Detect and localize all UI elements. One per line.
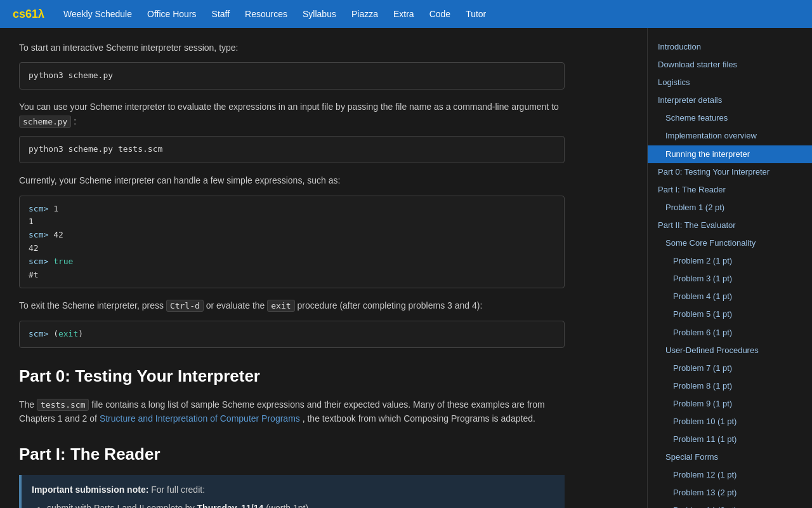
sidebar-item-problem-4-1-pt[interactable]: Problem 4 (1 pt)	[648, 288, 812, 305]
ctrl-d-code: Ctrl-d	[166, 300, 204, 312]
sidebar-item-problem-10-1-pt[interactable]: Problem 10 (1 pt)	[648, 413, 812, 431]
sidebar-item-problem-14-2-pt[interactable]: Problem 14 (2 pt)	[648, 502, 812, 508]
para3: Currently, your Scheme interpreter can h…	[19, 173, 565, 187]
sidebar-item-running-the-interpreter[interactable]: Running the interpreter	[648, 145, 812, 163]
nav-link-extra[interactable]: Extra	[393, 9, 414, 19]
sidebar-item-problem-8-1-pt[interactable]: Problem 8 (1 pt)	[648, 377, 812, 395]
logo-text: 61λ	[25, 8, 44, 20]
code-text-2: python3 scheme.py tests.scm	[29, 144, 162, 154]
exit-code: exit	[267, 300, 294, 312]
sidebar-item-problem-6-1-pt[interactable]: Problem 6 (1 pt)	[648, 324, 812, 342]
tests-scm-code: tests.scm	[37, 399, 89, 411]
sidebar-item-implementation-overview[interactable]: Implementation overview	[648, 127, 812, 145]
nav-link-code[interactable]: Code	[429, 9, 450, 19]
sicp-link[interactable]: Structure and Interpretation of Computer…	[100, 413, 300, 424]
important-text: For full credit:	[151, 485, 205, 495]
sidebar-item-special-forms[interactable]: Special Forms	[648, 448, 812, 466]
sidebar-item-problem-9-1-pt[interactable]: Problem 9 (1 pt)	[648, 395, 812, 413]
code-block-exit: scm> (exit)	[19, 321, 565, 348]
sidebar-item-user-defined-procedures[interactable]: User-Defined Procedures	[648, 342, 812, 359]
sidebar-item-problem-13-2-pt[interactable]: Problem 13 (2 pt)	[648, 484, 812, 502]
code-block-2: python3 scheme.py tests.scm	[19, 136, 565, 163]
sidebar-item-problem-12-1-pt[interactable]: Problem 12 (1 pt)	[648, 466, 812, 484]
important-box: Important submission note: For full cred…	[19, 475, 565, 508]
nav-links: Weekly ScheduleOffice HoursStaffResource…	[63, 9, 486, 19]
sidebar-item-problem-5-1-pt[interactable]: Problem 5 (1 pt)	[648, 305, 812, 323]
sidebar-item-problem-3-1-pt[interactable]: Problem 3 (1 pt)	[648, 270, 812, 288]
nav-link-piazza[interactable]: Piazza	[351, 9, 378, 19]
sidebar-item-download-starter-files[interactable]: Download starter files	[648, 56, 812, 74]
intro-paragraph: To start an interactive Scheme interpret…	[19, 41, 565, 55]
sidebar-item-some-core-functionality[interactable]: Some Core Functionality	[648, 234, 812, 252]
logo[interactable]: cs61λ	[13, 8, 44, 21]
part0-paragraph: The tests.scm file contains a long list …	[19, 398, 565, 426]
page-wrapper: To start an interactive Scheme interpret…	[0, 28, 812, 508]
sidebar-item-introduction[interactable]: Introduction	[648, 38, 812, 56]
exit-paragraph: To exit the Scheme interpreter, press Ct…	[19, 298, 565, 313]
code-text-1: python3 scheme.py	[29, 70, 113, 80]
navbar: cs61λ Weekly ScheduleOffice HoursStaffRe…	[0, 0, 812, 28]
sidebar-item-scheme-features[interactable]: Scheme features	[648, 109, 812, 127]
code-block-1: python3 scheme.py	[19, 62, 565, 90]
heading-part0: Part 0: Testing Your Interpreter	[19, 363, 565, 390]
important-bold: Important submission note:	[32, 485, 148, 495]
sidebar-item-problem-7-1-pt[interactable]: Problem 7 (1 pt)	[648, 359, 812, 377]
sidebar-item-problem-11-1-pt[interactable]: Problem 11 (1 pt)	[648, 431, 812, 448]
sidebar-item-interpreter-details[interactable]: Interpreter details	[648, 91, 812, 109]
sidebar-item-problem-2-1-pt[interactable]: Problem 2 (1 pt)	[648, 252, 812, 270]
para2: You can use your Scheme interpreter to e…	[19, 100, 565, 128]
main-content: To start an interactive Scheme interpret…	[0, 28, 584, 508]
sidebar-item-problem-1-2-pt[interactable]: Problem 1 (2 pt)	[648, 199, 812, 217]
sidebar-item-logistics[interactable]: Logistics	[648, 74, 812, 91]
nav-link-syllabus[interactable]: Syllabus	[303, 9, 336, 19]
sidebar-item-part-ii:-the-evaluator[interactable]: Part II: The Evaluator	[648, 217, 812, 234]
sidebar-item-part-i:-the-reader[interactable]: Part I: The Reader	[648, 181, 812, 199]
sidebar-item-part-0:-testing-your-interpreter[interactable]: Part 0: Testing Your Interpreter	[648, 163, 812, 181]
nav-link-staff[interactable]: Staff	[212, 9, 230, 19]
nav-link-weekly-schedule[interactable]: Weekly Schedule	[63, 9, 132, 19]
sidebar-nav: IntroductionDownload starter filesLogist…	[648, 38, 812, 508]
nav-link-tutor[interactable]: Tutor	[466, 9, 486, 19]
sidebar: IntroductionDownload starter filesLogist…	[647, 28, 812, 508]
heading-part1: Part I: The Reader	[19, 441, 565, 468]
repl-block: scm> 1 1 scm> 42 42 scm> true #t	[19, 196, 565, 289]
submit-list: submit with Parts I and II complete by T…	[47, 501, 554, 508]
inline-code-scheme: scheme.py	[19, 116, 71, 128]
submit-item: submit with Parts I and II complete by T…	[47, 501, 554, 508]
nav-link-office-hours[interactable]: Office Hours	[147, 9, 197, 19]
nav-link-resources[interactable]: Resources	[245, 9, 287, 19]
